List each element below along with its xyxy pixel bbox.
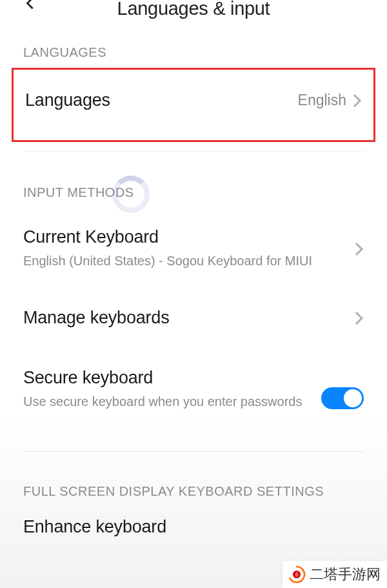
setting-right	[355, 241, 364, 257]
highlight-languages-row: Languages English	[12, 68, 375, 142]
watermark-logo-icon	[288, 565, 306, 583]
chevron-right-icon	[355, 241, 364, 257]
toggle-thumb	[344, 389, 362, 407]
setting-title-languages: Languages	[25, 90, 288, 110]
back-icon[interactable]	[23, 0, 37, 13]
section-header-languages: LANGUAGES	[23, 45, 364, 60]
watermark: 二塔手游网	[283, 561, 387, 588]
setting-row-current-keyboard[interactable]: Current Keyboard English (United States)…	[23, 227, 364, 270]
setting-title-current-keyboard: Current Keyboard	[23, 227, 344, 247]
setting-main: Current Keyboard English (United States)…	[23, 227, 344, 270]
section-header-input-methods: INPUT METHODS	[23, 185, 364, 200]
setting-main: Manage keyboards	[23, 308, 344, 328]
divider	[23, 151, 364, 152]
chevron-right-icon	[355, 310, 364, 326]
setting-main: Languages	[25, 90, 288, 110]
setting-value-languages: English	[298, 92, 346, 109]
setting-subtitle-secure-keyboard: Use secure keyboard when you enter passw…	[23, 392, 311, 411]
loading-spinner-icon	[112, 176, 150, 213]
setting-main: Enhance keyboard	[23, 517, 364, 537]
toggle-secure-keyboard[interactable]	[321, 387, 364, 409]
setting-title-manage-keyboards: Manage keyboards	[23, 308, 344, 328]
setting-main: Secure keyboard Use secure keyboard when…	[23, 368, 311, 411]
setting-title-secure-keyboard: Secure keyboard	[23, 368, 311, 388]
divider	[23, 451, 364, 452]
chevron-right-icon	[353, 93, 362, 108]
setting-title-enhance-keyboard: Enhance keyboard	[23, 517, 364, 537]
page-title: Languages & input	[13, 0, 374, 19]
setting-right	[355, 310, 364, 326]
setting-subtitle-current-keyboard: English (United States) - Sogou Keyboard…	[23, 251, 344, 270]
page-header: Languages & input	[0, 0, 387, 19]
section-header-fullscreen: FULL SCREEN DISPLAY KEYBOARD SETTINGS	[23, 484, 364, 499]
watermark-text: 二塔手游网	[310, 565, 381, 584]
settings-content: LANGUAGES Languages English INPUT METHOD…	[0, 45, 387, 537]
setting-row-secure-keyboard: Secure keyboard Use secure keyboard when…	[23, 368, 364, 411]
setting-row-manage-keyboards[interactable]: Manage keyboards	[23, 308, 364, 328]
setting-right: English	[298, 92, 362, 109]
setting-row-languages[interactable]: Languages English	[25, 90, 362, 110]
setting-row-enhance-keyboard[interactable]: Enhance keyboard	[23, 517, 364, 537]
